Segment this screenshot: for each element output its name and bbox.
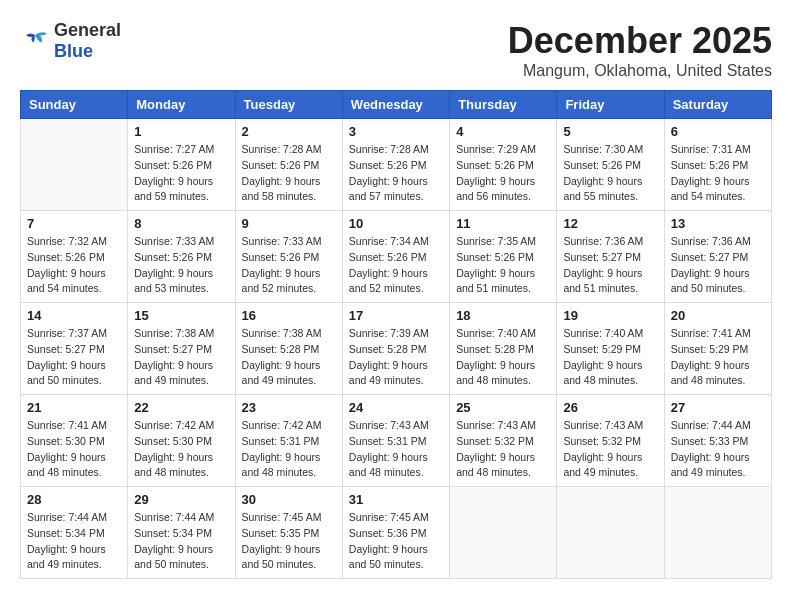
- day-info: Sunrise: 7:45 AMSunset: 5:36 PMDaylight:…: [349, 510, 443, 573]
- day-info: Sunrise: 7:33 AMSunset: 5:26 PMDaylight:…: [242, 234, 336, 297]
- day-number: 10: [349, 216, 443, 231]
- header-cell-monday: Monday: [128, 91, 235, 119]
- day-info: Sunrise: 7:36 AMSunset: 5:27 PMDaylight:…: [563, 234, 657, 297]
- day-number: 13: [671, 216, 765, 231]
- calendar-cell: 30Sunrise: 7:45 AMSunset: 5:35 PMDayligh…: [235, 487, 342, 579]
- calendar-cell: 25Sunrise: 7:43 AMSunset: 5:32 PMDayligh…: [450, 395, 557, 487]
- logo-icon: [20, 29, 50, 53]
- day-number: 17: [349, 308, 443, 323]
- header-cell-friday: Friday: [557, 91, 664, 119]
- calendar-cell: 7Sunrise: 7:32 AMSunset: 5:26 PMDaylight…: [21, 211, 128, 303]
- calendar-cell: 18Sunrise: 7:40 AMSunset: 5:28 PMDayligh…: [450, 303, 557, 395]
- calendar-cell: 21Sunrise: 7:41 AMSunset: 5:30 PMDayligh…: [21, 395, 128, 487]
- calendar-cell: 22Sunrise: 7:42 AMSunset: 5:30 PMDayligh…: [128, 395, 235, 487]
- logo: General Blue: [20, 20, 121, 62]
- calendar-cell: 17Sunrise: 7:39 AMSunset: 5:28 PMDayligh…: [342, 303, 449, 395]
- day-number: 31: [349, 492, 443, 507]
- header-cell-saturday: Saturday: [664, 91, 771, 119]
- day-info: Sunrise: 7:42 AMSunset: 5:31 PMDaylight:…: [242, 418, 336, 481]
- day-number: 15: [134, 308, 228, 323]
- calendar-cell: 13Sunrise: 7:36 AMSunset: 5:27 PMDayligh…: [664, 211, 771, 303]
- calendar-cell: [450, 487, 557, 579]
- calendar-cell: 19Sunrise: 7:40 AMSunset: 5:29 PMDayligh…: [557, 303, 664, 395]
- week-row-2: 7Sunrise: 7:32 AMSunset: 5:26 PMDaylight…: [21, 211, 772, 303]
- day-info: Sunrise: 7:37 AMSunset: 5:27 PMDaylight:…: [27, 326, 121, 389]
- day-info: Sunrise: 7:29 AMSunset: 5:26 PMDaylight:…: [456, 142, 550, 205]
- day-info: Sunrise: 7:34 AMSunset: 5:26 PMDaylight:…: [349, 234, 443, 297]
- day-info: Sunrise: 7:43 AMSunset: 5:32 PMDaylight:…: [563, 418, 657, 481]
- day-number: 9: [242, 216, 336, 231]
- day-number: 24: [349, 400, 443, 415]
- day-number: 21: [27, 400, 121, 415]
- day-number: 30: [242, 492, 336, 507]
- day-number: 25: [456, 400, 550, 415]
- day-number: 4: [456, 124, 550, 139]
- header-cell-tuesday: Tuesday: [235, 91, 342, 119]
- calendar-cell: 15Sunrise: 7:38 AMSunset: 5:27 PMDayligh…: [128, 303, 235, 395]
- header-row: SundayMondayTuesdayWednesdayThursdayFrid…: [21, 91, 772, 119]
- header: General Blue December 2025 Mangum, Oklah…: [20, 20, 772, 80]
- day-info: Sunrise: 7:27 AMSunset: 5:26 PMDaylight:…: [134, 142, 228, 205]
- day-number: 5: [563, 124, 657, 139]
- day-number: 18: [456, 308, 550, 323]
- day-info: Sunrise: 7:40 AMSunset: 5:28 PMDaylight:…: [456, 326, 550, 389]
- day-info: Sunrise: 7:44 AMSunset: 5:33 PMDaylight:…: [671, 418, 765, 481]
- day-info: Sunrise: 7:33 AMSunset: 5:26 PMDaylight:…: [134, 234, 228, 297]
- day-number: 6: [671, 124, 765, 139]
- day-number: 8: [134, 216, 228, 231]
- calendar-cell: 10Sunrise: 7:34 AMSunset: 5:26 PMDayligh…: [342, 211, 449, 303]
- calendar-cell: 27Sunrise: 7:44 AMSunset: 5:33 PMDayligh…: [664, 395, 771, 487]
- calendar-cell: 12Sunrise: 7:36 AMSunset: 5:27 PMDayligh…: [557, 211, 664, 303]
- week-row-3: 14Sunrise: 7:37 AMSunset: 5:27 PMDayligh…: [21, 303, 772, 395]
- calendar-cell: 2Sunrise: 7:28 AMSunset: 5:26 PMDaylight…: [235, 119, 342, 211]
- day-info: Sunrise: 7:45 AMSunset: 5:35 PMDaylight:…: [242, 510, 336, 573]
- calendar-cell: 14Sunrise: 7:37 AMSunset: 5:27 PMDayligh…: [21, 303, 128, 395]
- day-number: 27: [671, 400, 765, 415]
- day-info: Sunrise: 7:41 AMSunset: 5:29 PMDaylight:…: [671, 326, 765, 389]
- calendar-cell: 8Sunrise: 7:33 AMSunset: 5:26 PMDaylight…: [128, 211, 235, 303]
- day-info: Sunrise: 7:38 AMSunset: 5:27 PMDaylight:…: [134, 326, 228, 389]
- calendar-cell: 23Sunrise: 7:42 AMSunset: 5:31 PMDayligh…: [235, 395, 342, 487]
- calendar-cell: 11Sunrise: 7:35 AMSunset: 5:26 PMDayligh…: [450, 211, 557, 303]
- day-info: Sunrise: 7:28 AMSunset: 5:26 PMDaylight:…: [242, 142, 336, 205]
- calendar-cell: 26Sunrise: 7:43 AMSunset: 5:32 PMDayligh…: [557, 395, 664, 487]
- day-number: 28: [27, 492, 121, 507]
- day-number: 29: [134, 492, 228, 507]
- calendar-cell: 20Sunrise: 7:41 AMSunset: 5:29 PMDayligh…: [664, 303, 771, 395]
- day-info: Sunrise: 7:38 AMSunset: 5:28 PMDaylight:…: [242, 326, 336, 389]
- day-number: 14: [27, 308, 121, 323]
- day-info: Sunrise: 7:36 AMSunset: 5:27 PMDaylight:…: [671, 234, 765, 297]
- day-number: 20: [671, 308, 765, 323]
- day-info: Sunrise: 7:28 AMSunset: 5:26 PMDaylight:…: [349, 142, 443, 205]
- calendar-cell: 28Sunrise: 7:44 AMSunset: 5:34 PMDayligh…: [21, 487, 128, 579]
- month-title: December 2025: [508, 20, 772, 62]
- day-number: 16: [242, 308, 336, 323]
- day-info: Sunrise: 7:41 AMSunset: 5:30 PMDaylight:…: [27, 418, 121, 481]
- calendar-cell: 1Sunrise: 7:27 AMSunset: 5:26 PMDaylight…: [128, 119, 235, 211]
- day-info: Sunrise: 7:39 AMSunset: 5:28 PMDaylight:…: [349, 326, 443, 389]
- logo-general: General: [54, 20, 121, 40]
- calendar-cell: 31Sunrise: 7:45 AMSunset: 5:36 PMDayligh…: [342, 487, 449, 579]
- week-row-5: 28Sunrise: 7:44 AMSunset: 5:34 PMDayligh…: [21, 487, 772, 579]
- day-number: 26: [563, 400, 657, 415]
- title-section: December 2025 Mangum, Oklahoma, United S…: [508, 20, 772, 80]
- calendar-cell: 9Sunrise: 7:33 AMSunset: 5:26 PMDaylight…: [235, 211, 342, 303]
- header-cell-thursday: Thursday: [450, 91, 557, 119]
- calendar-cell: [21, 119, 128, 211]
- day-number: 22: [134, 400, 228, 415]
- day-info: Sunrise: 7:42 AMSunset: 5:30 PMDaylight:…: [134, 418, 228, 481]
- day-info: Sunrise: 7:30 AMSunset: 5:26 PMDaylight:…: [563, 142, 657, 205]
- calendar-cell: 16Sunrise: 7:38 AMSunset: 5:28 PMDayligh…: [235, 303, 342, 395]
- day-info: Sunrise: 7:40 AMSunset: 5:29 PMDaylight:…: [563, 326, 657, 389]
- day-info: Sunrise: 7:35 AMSunset: 5:26 PMDaylight:…: [456, 234, 550, 297]
- calendar-cell: [664, 487, 771, 579]
- calendar-cell: 5Sunrise: 7:30 AMSunset: 5:26 PMDaylight…: [557, 119, 664, 211]
- page-container: General Blue December 2025 Mangum, Oklah…: [20, 20, 772, 579]
- day-info: Sunrise: 7:43 AMSunset: 5:32 PMDaylight:…: [456, 418, 550, 481]
- day-number: 1: [134, 124, 228, 139]
- calendar-cell: 3Sunrise: 7:28 AMSunset: 5:26 PMDaylight…: [342, 119, 449, 211]
- day-number: 11: [456, 216, 550, 231]
- calendar-cell: 29Sunrise: 7:44 AMSunset: 5:34 PMDayligh…: [128, 487, 235, 579]
- header-cell-wednesday: Wednesday: [342, 91, 449, 119]
- day-info: Sunrise: 7:43 AMSunset: 5:31 PMDaylight:…: [349, 418, 443, 481]
